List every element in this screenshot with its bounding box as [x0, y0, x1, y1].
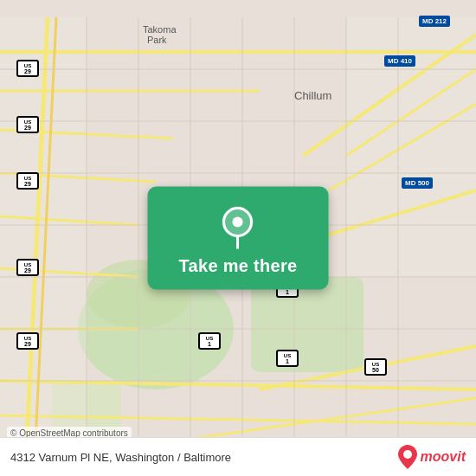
us-29-badge-2: US29 [16, 113, 40, 137]
address-label: 4312 Varnum Pl NE, Washington / Baltimor… [10, 451, 231, 464]
moovit-wordmark: moovit [421, 449, 466, 465]
us-29-badge-5: US29 [16, 329, 40, 353]
location-pin-icon [220, 204, 256, 249]
moovit-logo: moovit [398, 445, 466, 469]
us-29-badge-1: US29 [16, 56, 40, 80]
us-29-badge-3: US29 [16, 169, 40, 193]
svg-point-45 [403, 450, 412, 459]
md-500-badge: MD 500 [402, 177, 433, 189]
moovit-pin-icon [398, 445, 417, 469]
svg-point-44 [233, 217, 243, 228]
button-overlay: Take me there [148, 187, 329, 290]
svg-text:Park: Park [147, 35, 167, 45]
us-1-badge-3: US1 [275, 346, 299, 370]
us-29-badge-4: US29 [16, 255, 40, 280]
us-1-badge-2: US1 [197, 329, 222, 353]
take-me-there-button[interactable]: Take me there [179, 256, 298, 276]
svg-text:Chillum: Chillum [294, 89, 331, 102]
map-container: Chillum Takoma Park BRENTWOOD US29 US29 … [0, 0, 476, 476]
md-410-badge: MD 410 [384, 55, 415, 67]
md-212-badge: MD 212 [419, 16, 450, 27]
bottom-bar: 4312 Varnum Pl NE, Washington / Baltimor… [0, 437, 476, 476]
destination-card[interactable]: Take me there [148, 187, 329, 290]
us-50-badge: US50 [363, 355, 388, 379]
svg-text:Takoma: Takoma [143, 24, 177, 35]
